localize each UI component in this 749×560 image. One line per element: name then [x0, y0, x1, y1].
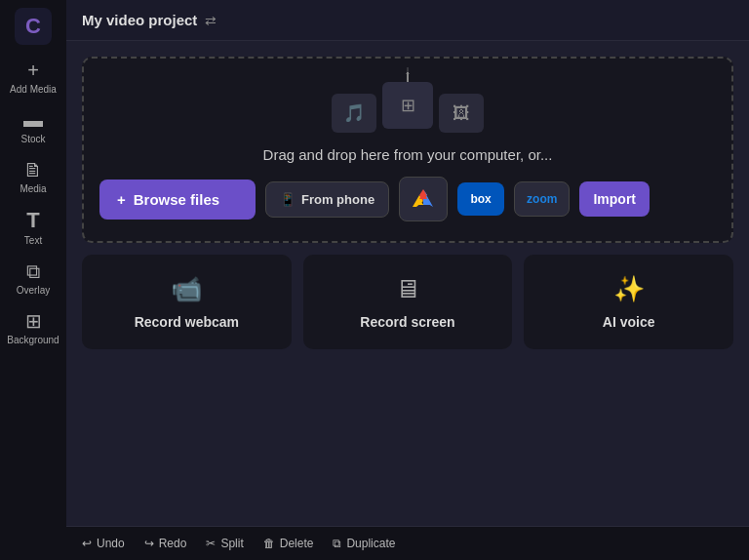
drop-zone[interactable]: 🎵 ⊞ 🖼 Drag and drop here from your compu…: [82, 57, 733, 243]
sidebar-item-label: Stock: [20, 134, 45, 144]
redo-icon: ↪: [144, 537, 154, 550]
split-icon: ✂: [206, 537, 216, 550]
grid-icon: ⊞: [401, 95, 415, 116]
sidebar-item-label: Text: [24, 235, 42, 246]
sidebar-item-stock[interactable]: ▬ Stock: [0, 102, 66, 152]
split-button[interactable]: ✂ Split: [206, 537, 243, 550]
duplicate-label: Duplicate: [346, 537, 395, 550]
file-card-music: 🎵: [332, 94, 376, 133]
music-icon: 🎵: [343, 102, 365, 124]
background-icon: ⊞: [25, 311, 42, 331]
browse-files-label: Browse files: [134, 191, 219, 208]
sidebar-item-label: Overlay: [17, 285, 50, 296]
stock-icon: ▬: [23, 110, 43, 130]
sidebar-item-label: Add Media: [10, 84, 57, 95]
file-card-image: 🖼: [439, 94, 484, 133]
topbar: My video project ⇄: [66, 0, 749, 41]
record-screen-card[interactable]: 🖥 Record screen: [303, 255, 513, 349]
browse-files-button[interactable]: + Browse files: [99, 180, 256, 220]
record-screen-label: Record screen: [360, 314, 454, 330]
undo-label: Undo: [97, 537, 125, 550]
undo-icon: ↩: [82, 537, 92, 550]
content-area: 🎵 ⊞ 🖼 Drag and drop here from your compu…: [66, 41, 749, 526]
text-icon: T: [26, 210, 39, 231]
file-card-main: ⊞: [382, 82, 433, 129]
sync-icon[interactable]: ⇄: [205, 13, 217, 28]
from-phone-button[interactable]: 📱 From phone: [265, 181, 389, 218]
drop-text: Drag and drop here from your computer, o…: [263, 146, 553, 163]
import-button[interactable]: Import: [579, 181, 650, 217]
app-logo[interactable]: C: [15, 8, 52, 45]
media-icon: 🗎: [23, 160, 43, 180]
record-webcam-card[interactable]: 📹 Record webcam: [82, 255, 292, 349]
redo-label: Redo: [159, 537, 187, 550]
delete-button[interactable]: 🗑 Delete: [263, 537, 314, 550]
redo-button[interactable]: ↪ Redo: [144, 537, 187, 550]
add-media-icon: +: [27, 60, 39, 80]
overlay-icon: ⧉: [26, 261, 40, 281]
sidebar: C + Add Media ▬ Stock 🗎 Media T Text ⧉ O…: [0, 0, 66, 560]
import-label: Import: [593, 191, 636, 207]
duplicate-icon: ⧉: [333, 537, 341, 550]
logo-icon: C: [25, 16, 41, 37]
from-phone-label: From phone: [301, 192, 374, 207]
ai-icon: ✨: [613, 274, 645, 304]
phone-icon: 📱: [280, 192, 296, 207]
image-icon: 🖼: [453, 103, 470, 124]
sidebar-item-overlay[interactable]: ⧉ Overlay: [0, 254, 66, 303]
screen-icon: 🖥: [395, 274, 420, 304]
undo-button[interactable]: ↩ Undo: [82, 537, 125, 550]
bottom-toolbar: ↩ Undo ↪ Redo ✂ Split 🗑 Delete ⧉ Duplica…: [66, 526, 749, 560]
google-drive-button[interactable]: [399, 177, 448, 221]
sidebar-item-label: Background: [7, 335, 59, 345]
sidebar-item-media[interactable]: 🗎 Media: [0, 152, 66, 202]
record-ai-label: AI voice: [603, 314, 655, 330]
record-ai-card[interactable]: ✨ AI voice: [524, 255, 733, 349]
action-btn-row: + Browse files 📱 From phone: [99, 177, 716, 221]
google-drive-icon: [412, 187, 435, 211]
duplicate-button[interactable]: ⧉ Duplicate: [333, 537, 395, 550]
record-webcam-label: Record webcam: [135, 314, 239, 330]
sidebar-item-background[interactable]: ⊞ Background: [0, 303, 66, 353]
main-content: My video project ⇄ 🎵 ⊞ 🖼 Drag and drop h…: [66, 0, 749, 560]
box-label: box: [470, 192, 491, 206]
zoom-label: zoom: [527, 192, 557, 206]
drop-icon-group: 🎵 ⊞ 🖼: [332, 82, 484, 133]
delete-label: Delete: [280, 537, 314, 550]
sidebar-item-text[interactable]: T Text: [0, 202, 66, 254]
plus-icon: +: [117, 191, 126, 208]
box-button[interactable]: box: [457, 182, 504, 216]
sidebar-item-add-media[interactable]: + Add Media: [0, 53, 66, 102]
project-title: My video project: [82, 12, 197, 28]
record-row: 📹 Record webcam 🖥 Record screen ✨ AI voi…: [82, 255, 733, 349]
zoom-button[interactable]: zoom: [514, 181, 570, 217]
sidebar-item-label: Media: [20, 183, 46, 194]
split-label: Split: [220, 537, 243, 550]
webcam-icon: 📹: [171, 274, 202, 304]
delete-icon: 🗑: [263, 537, 275, 550]
